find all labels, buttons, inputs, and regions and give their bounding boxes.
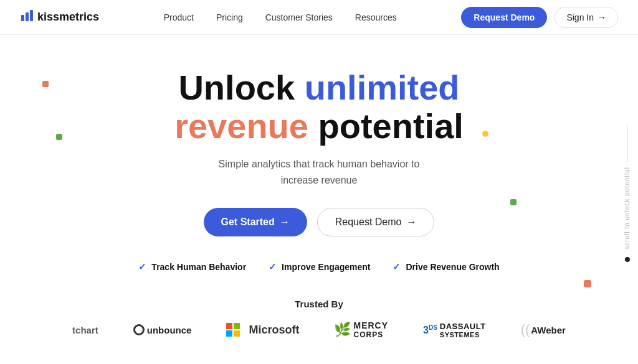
title-unlock: Unlock [178,68,304,107]
title-revenue: revenue [174,106,308,146]
logo-mercy-corps: 🌿 MERCY CORPS [317,320,406,339]
logo[interactable]: kissmetrics [20,9,99,26]
logo-microsoft: Microsoft [209,323,317,337]
arrow-icon: → [280,217,290,228]
nav-actions: Request Demo Sign In → [461,7,618,28]
nav-link-pricing[interactable]: Pricing [216,12,243,22]
nav-request-demo-button[interactable]: Request Demo [461,7,547,28]
nav-link-customer-stories[interactable]: Customer Stories [265,12,333,22]
logo-unbounce: unbounce [116,324,209,335]
svg-rect-0 [21,15,24,21]
navbar: kissmetrics Product Pricing Customer Sto… [0,0,638,35]
hero-title: Unlock unlimited revenue potential [12,68,626,145]
aweber-bracket-icon: (( [521,322,530,338]
svg-rect-1 [26,12,29,21]
nav-link-product[interactable]: Product [164,12,194,22]
mercy-leaf-icon: 🌿 [334,322,351,338]
sign-in-icon: → [598,12,606,22]
check-icon-engage: ✓ [269,261,277,273]
hero-section: Unlock unlimited revenue potential Simpl… [0,35,638,291]
trusted-label: Trusted By [0,299,638,309]
microsoft-label: Microsoft [249,324,299,337]
check-icon-track: ✓ [138,261,146,273]
check-icon-revenue: ✓ [393,261,401,273]
dassault-icon: 3DS [423,324,437,336]
hero-features: ✓ Track Human Behavior ✓ Improve Engagem… [12,261,626,273]
get-started-button[interactable]: Get Started → [204,208,307,236]
hero-subtitle: Simple analytics that track human behavi… [12,156,626,188]
feature-track: ✓ Track Human Behavior [138,261,246,273]
hero-request-demo-button[interactable]: Request Demo → [317,208,435,236]
arrow-icon-outline: → [406,217,416,228]
logo-icon [20,9,34,26]
feature-engage: ✓ Improve Engagement [269,261,370,273]
unbounce-circle-icon [133,324,145,335]
feature-engage-label: Improve Engagement [282,262,370,272]
feature-revenue: ✓ Drive Revenue Growth [393,261,499,273]
title-unlimited: unlimited [305,68,460,107]
svg-rect-2 [30,10,33,21]
microsoft-grid-icon [226,323,240,337]
feature-track-label: Track Human Behavior [151,262,246,272]
aweber-label: AWeber [531,325,566,335]
nav-links: Product Pricing Customer Stories Resourc… [164,12,397,22]
hero-buttons: Get Started → Request Demo → [12,208,626,236]
logo-aweber: (( AWeber [503,322,583,338]
nav-sign-in-button[interactable]: Sign In → [555,7,618,28]
logo-chartmogul: tchart [55,325,116,335]
logo-text: kissmetrics [37,11,99,24]
logo-dassault: 3DS DASSAULT SYSTEMES [406,322,503,338]
feature-revenue-label: Drive Revenue Growth [406,262,499,272]
trusted-section: Trusted By tchart unbounce Microsoft [0,291,638,350]
title-potential: potential [308,106,464,146]
nav-link-resources[interactable]: Resources [355,12,397,22]
trusted-logos: tchart unbounce Microsoft [0,320,638,339]
